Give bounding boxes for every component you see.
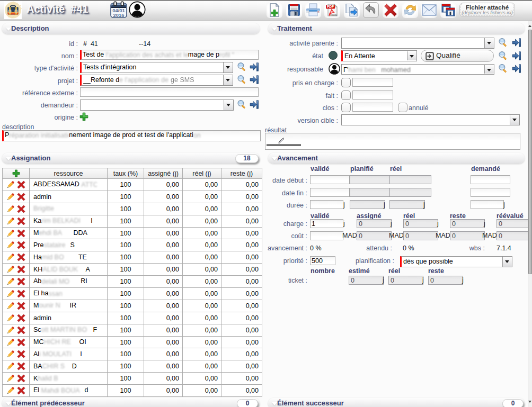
svg-text:Adobe: Adobe — [330, 14, 338, 16]
svg-text:PDF: PDF — [327, 5, 334, 8]
svg-text:2016: 2016 — [113, 12, 125, 18]
